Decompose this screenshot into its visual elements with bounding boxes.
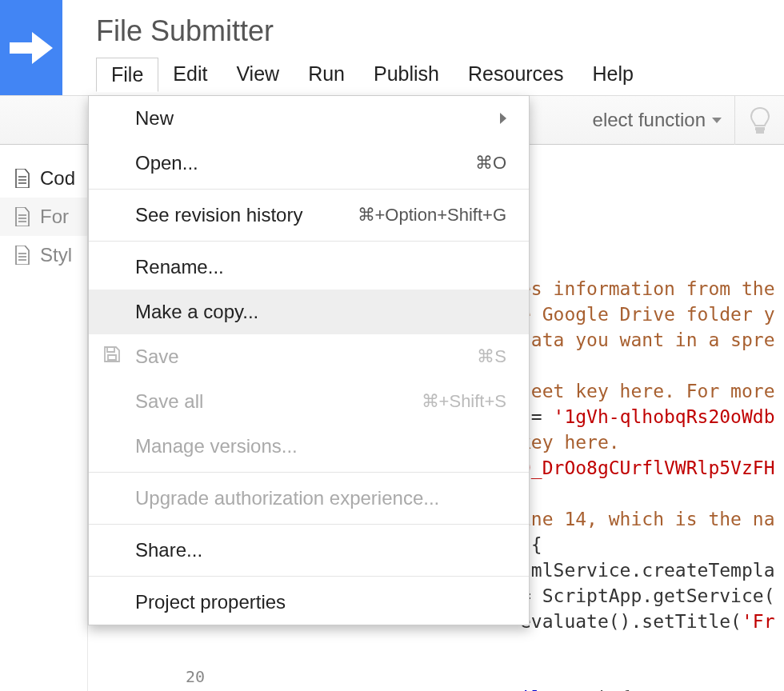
menu-item-label: Upgrade authorization experience... — [135, 487, 439, 509]
file-sidebar: Cod For Styl — [0, 145, 88, 691]
file-menu-dropdown: NewOpen...⌘OSee revision history⌘+Option… — [88, 95, 530, 625]
menu-item-new[interactable]: New — [89, 96, 529, 141]
save-icon — [103, 346, 121, 368]
sidebar-file-form[interactable]: For — [0, 198, 87, 236]
menu-separator — [89, 241, 529, 242]
menu-item-label: Save all — [135, 390, 203, 413]
menu-separator — [89, 576, 529, 577]
menu-file[interactable]: File — [96, 58, 158, 92]
app-logo — [0, 0, 62, 95]
menu-item-upgrade-authorization-experience: Upgrade authorization experience... — [89, 476, 529, 521]
sidebar-file-code[interactable]: Cod — [0, 159, 87, 198]
sidebar-file-label: For — [40, 206, 69, 228]
submenu-arrow-icon — [500, 113, 506, 124]
menu-item-label: New — [135, 107, 174, 130]
menu-separator — [89, 472, 529, 473]
menu-run[interactable]: Run — [294, 58, 359, 92]
menu-item-manage-versions: Manage versions... — [89, 424, 529, 469]
menu-item-share[interactable]: Share... — [89, 528, 529, 573]
sidebar-file-style[interactable]: Styl — [0, 236, 87, 274]
menu-item-label: Rename... — [135, 256, 224, 278]
lightbulb-icon — [749, 106, 771, 134]
menu-item-save: Save⌘S — [89, 334, 529, 379]
chevron-down-icon — [712, 118, 722, 123]
project-title[interactable]: File Submitter — [96, 14, 784, 48]
menu-item-label: See revision history — [135, 204, 302, 226]
file-icon — [14, 207, 30, 226]
arrow-right-icon — [10, 30, 53, 66]
menu-item-label: Open... — [135, 152, 198, 174]
file-icon — [14, 169, 30, 188]
menu-item-label: Make a copy... — [135, 301, 258, 323]
line-number: 20 — [186, 667, 205, 686]
menu-edit[interactable]: Edit — [158, 58, 222, 92]
menu-separator — [89, 189, 529, 190]
sidebar-file-label: Styl — [40, 244, 72, 266]
menu-item-label: Share... — [135, 539, 202, 561]
menu-help[interactable]: Help — [578, 58, 648, 92]
menu-item-label: Manage versions... — [135, 435, 298, 457]
menu-shortcut: ⌘O — [475, 153, 506, 174]
menu-item-rename[interactable]: Rename... — [89, 245, 529, 290]
hint-button[interactable] — [734, 95, 784, 145]
sidebar-file-label: Cod — [40, 167, 75, 190]
menu-publish[interactable]: Publish — [359, 58, 454, 92]
menu-item-project-properties[interactable]: Project properties — [89, 580, 529, 625]
menu-item-save-all: Save all⌘+Shift+S — [89, 379, 529, 424]
select-function-label: elect function — [593, 109, 706, 131]
menu-item-label: Project properties — [135, 591, 286, 613]
menubar: File Edit View Run Publish Resources Hel… — [96, 58, 784, 92]
menu-item-make-a-copy[interactable]: Make a copy... — [89, 290, 529, 334]
menu-item-see-revision-history[interactable]: See revision history⌘+Option+Shift+G — [89, 193, 529, 238]
menu-shortcut: ⌘+Shift+S — [422, 391, 506, 412]
menu-shortcut: ⌘+Option+Shift+G — [358, 205, 507, 226]
menu-view[interactable]: View — [222, 58, 294, 92]
menu-item-label: Save — [135, 346, 179, 368]
menu-item-open[interactable]: Open...⌘O — [89, 141, 529, 186]
select-function-dropdown[interactable]: elect function — [580, 109, 734, 131]
file-icon — [14, 246, 30, 265]
menu-separator — [89, 524, 529, 525]
menu-resources[interactable]: Resources — [454, 58, 578, 92]
menu-shortcut: ⌘S — [477, 346, 506, 367]
